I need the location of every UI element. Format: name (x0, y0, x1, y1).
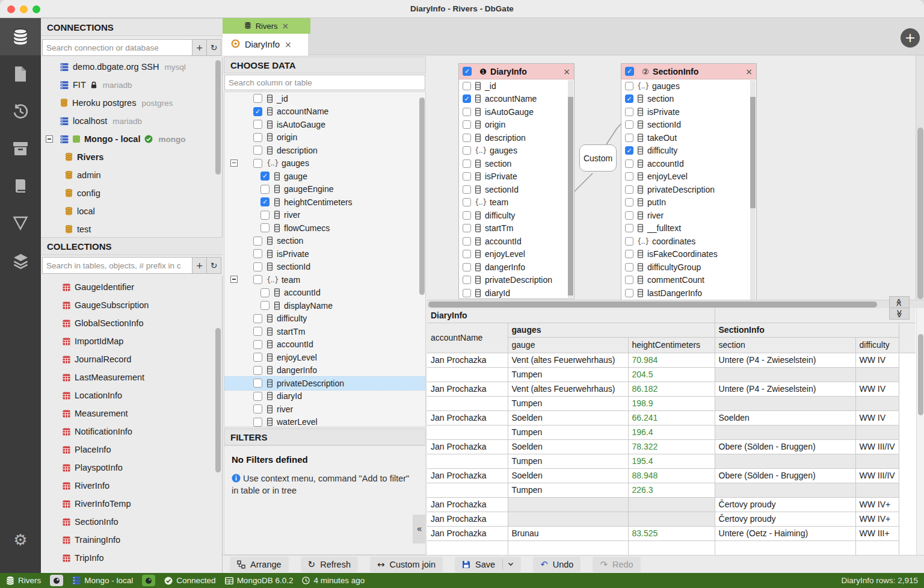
undo-button[interactable]: ↶Undo (533, 557, 581, 572)
tree-item-river[interactable]: river (224, 209, 425, 222)
designer-field-coordinates[interactable]: {..}coordinates (621, 235, 756, 248)
designer-horizontal-scrollbar[interactable] (427, 300, 924, 308)
field-checkbox[interactable] (625, 224, 633, 232)
grid-cell[interactable]: Untere (P4 - Zwieselstein) (715, 382, 855, 396)
field-checkbox[interactable] (463, 211, 471, 220)
field-checkbox[interactable] (463, 159, 471, 168)
sidebar-icon-database[interactable] (0, 18, 41, 55)
tree-item-heightcentimeters[interactable]: ✓heightCentimeters (224, 196, 425, 209)
field-checkbox[interactable] (625, 159, 633, 168)
status-item-mongo-local[interactable]: Mongo - local (72, 576, 133, 585)
grid-cell[interactable] (427, 540, 508, 555)
choose-data-search-input[interactable] (224, 75, 425, 90)
grid-cell[interactable]: 70.984 (628, 353, 715, 367)
expand-grid-button[interactable]: ≪ (889, 308, 910, 320)
designer-field-enjoylevel[interactable]: enjoyLevel (621, 170, 756, 184)
grid-cell[interactable]: 226.3 (628, 483, 715, 497)
refresh-button[interactable]: ↻Refresh (301, 557, 358, 572)
tree-checkbox[interactable] (253, 340, 262, 349)
field-checkbox[interactable] (625, 263, 633, 271)
collection-item-measurement[interactable]: Measurement (41, 404, 223, 422)
grid-cell[interactable]: Čertovy proudy (715, 497, 855, 512)
collection-item-journalrecord[interactable]: JournalRecord (41, 350, 223, 368)
grid-cell[interactable]: WW IV+ (855, 512, 899, 526)
designer-field-difficultygroup[interactable]: difficultyGroup (621, 261, 756, 274)
field-checkbox[interactable] (463, 82, 471, 90)
column-group-sectioninfo[interactable]: SectionInfo (715, 323, 899, 337)
designer-table-header[interactable]: ✓②SectionInfo× (621, 64, 756, 79)
grid-cell[interactable]: Tumpen (508, 396, 628, 410)
sidebar-icon-history[interactable] (0, 93, 41, 130)
tree-checkbox[interactable] (253, 146, 262, 155)
table-checkbox[interactable]: ✓ (625, 67, 634, 76)
grid-cell[interactable]: Obere (Sölden - Bruggen) (715, 439, 855, 454)
grid-cell[interactable] (715, 540, 855, 555)
tree-item-waterlevel[interactable]: waterLevel (224, 416, 425, 428)
tree-item-flowcumecs[interactable]: flowCumecs (224, 221, 425, 235)
collection-item-traininginfo[interactable]: TrainingInfo (41, 531, 223, 549)
grid-cell[interactable]: 204.5 (628, 367, 715, 382)
tree-checkbox[interactable] (253, 262, 262, 271)
tree-checkbox[interactable] (260, 211, 270, 220)
field-checkbox[interactable] (625, 185, 633, 194)
tree-item-isautogauge[interactable]: isAutoGauge (224, 118, 425, 131)
designer-vertical-scrollbar[interactable] (916, 55, 924, 300)
designer-field-diaryid[interactable]: diaryId (459, 286, 574, 299)
grid-cell[interactable] (715, 454, 855, 468)
grid-cell[interactable]: WW IV+ (855, 497, 899, 512)
field-checkbox[interactable] (463, 276, 471, 284)
tree-checkbox[interactable] (260, 185, 270, 194)
tree-item-diaryid[interactable]: diaryId (224, 390, 425, 403)
connection-item-local[interactable]: local (41, 202, 223, 220)
tree-item-dangerinfo[interactable]: dangerInfo (224, 364, 425, 377)
designer-field-privatedescription[interactable]: privateDescription (459, 274, 574, 287)
grid-cell[interactable]: 196.4 (628, 425, 715, 439)
tree-checkbox[interactable] (253, 366, 262, 375)
sidebar-icon-book[interactable] (0, 167, 41, 205)
field-checkbox[interactable] (625, 82, 633, 90)
tree-item-section[interactable]: section (224, 235, 425, 248)
field-checkbox[interactable] (463, 172, 471, 181)
collapse-expander[interactable] (46, 135, 53, 143)
connection-item-test[interactable]: test (41, 220, 223, 237)
designer-field-sectionid[interactable]: sectionId (621, 119, 756, 132)
tree-checkbox[interactable] (260, 301, 270, 310)
join-type-label[interactable]: Custom (579, 144, 617, 172)
designer-field-section[interactable]: ✓section (621, 93, 756, 106)
designer-field-origin[interactable]: origin (459, 119, 574, 132)
tab-diaryinfo[interactable]: DiaryInfo × (223, 34, 308, 55)
tree-item-enjoylevel[interactable]: enjoyLevel (224, 351, 425, 364)
designer-field-gauges[interactable]: {..}gauges (621, 79, 756, 93)
grid-cell[interactable]: Tumpen (508, 367, 628, 382)
collection-item-riverinfotemp[interactable]: RiverInfoTemp (41, 495, 223, 513)
collapse-expander[interactable] (230, 276, 238, 283)
collection-item-locationinfo[interactable]: LocationInfo (41, 386, 223, 404)
grid-cell[interactable]: Jan Prochazka (427, 497, 508, 512)
grid-cell[interactable]: Jan Prochazka (427, 353, 508, 367)
grid-cell[interactable] (628, 540, 715, 555)
custom-join-button[interactable]: ↔Custom join (370, 557, 443, 572)
column-header-section[interactable]: section (715, 337, 855, 353)
grid-cell[interactable]: Untere (P4 - Zwieselstein) (715, 353, 855, 367)
connections-scrollbar[interactable] (215, 60, 221, 175)
collection-item-playspotinfo[interactable]: PlayspotInfo (41, 459, 223, 477)
designer-field-privatedescription[interactable]: privateDescription (621, 183, 756, 196)
field-checkbox[interactable] (625, 289, 633, 297)
tree-checkbox[interactable] (253, 237, 262, 246)
sidebar-icon-archive[interactable] (0, 130, 41, 167)
field-checkbox[interactable] (463, 237, 471, 246)
close-icon[interactable]: × (285, 40, 292, 49)
tab-group-rivers[interactable]: Rivers × (223, 18, 310, 34)
save-dropdown-button[interactable] (502, 559, 514, 570)
table-checkbox[interactable]: ✓ (463, 67, 472, 76)
tree-item-starttm[interactable]: startTm (224, 325, 425, 338)
connection-item-fit[interactable]: FITmariadb (41, 76, 223, 94)
tree-item-origin[interactable]: origin (224, 131, 425, 144)
tree-item-difficulty[interactable]: difficulty (224, 312, 425, 326)
grid-cell[interactable]: WW IV (855, 382, 899, 396)
tree-item-privatedescription[interactable]: privateDescription (224, 377, 425, 390)
designer-field-dangerinfo[interactable]: dangerInfo (459, 261, 574, 274)
field-checkbox[interactable] (463, 198, 471, 206)
designer-field-difficulty[interactable]: difficulty (459, 209, 574, 222)
field-checkbox[interactable] (463, 250, 471, 258)
